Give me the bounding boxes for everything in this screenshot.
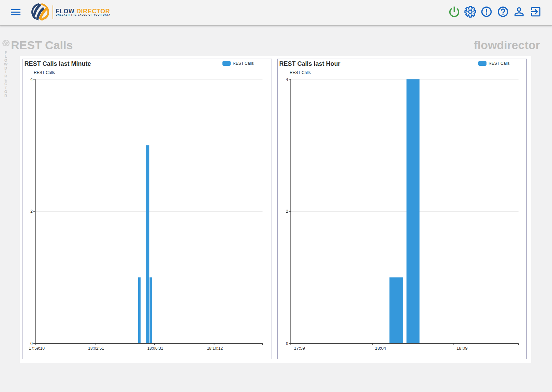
svg-text:18:02:51: 18:02:51	[88, 346, 104, 351]
svg-text:REST Calls: REST Calls	[34, 70, 55, 75]
svg-text:0: 0	[30, 341, 33, 346]
svg-text:18:06:31: 18:06:31	[147, 346, 163, 351]
svg-text:18:10:12: 18:10:12	[207, 346, 223, 351]
svg-text:4: 4	[30, 77, 33, 82]
svg-text:2: 2	[30, 209, 33, 214]
svg-text:18:04: 18:04	[375, 346, 386, 351]
svg-text:2: 2	[286, 209, 288, 214]
svg-text:18:09: 18:09	[456, 346, 468, 351]
svg-text:REST Calls: REST Calls	[290, 70, 311, 75]
svg-text:17:59: 17:59	[294, 346, 305, 351]
svg-text:0: 0	[286, 341, 288, 346]
svg-text:17:59:10: 17:59:10	[29, 346, 45, 351]
svg-text:4: 4	[286, 77, 288, 82]
